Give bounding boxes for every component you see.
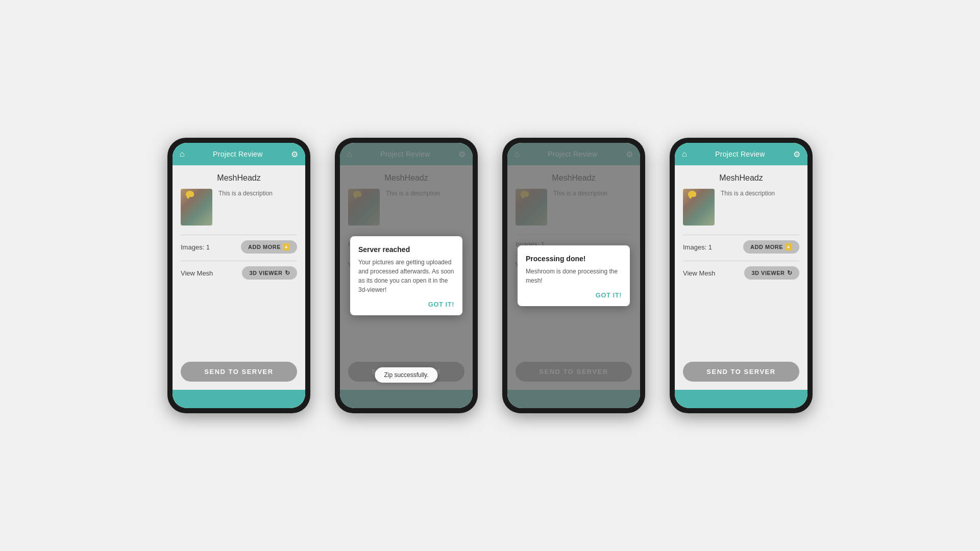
header-title-4: Project Review: [715, 150, 765, 158]
viewer-button-4[interactable]: 3D VIEWER ↻: [744, 266, 799, 280]
view-mesh-label-4: View Mesh: [683, 269, 740, 277]
add-more-button-4[interactable]: ADD MORE +: [743, 240, 799, 254]
divider-1b: [181, 261, 297, 261]
app-footer-4: [675, 390, 807, 408]
phone-1: ⌂ Project Review ⚙ MeshHeadz This is a d…: [167, 138, 310, 413]
dialog-got-it-2[interactable]: GOT IT!: [358, 300, 454, 308]
settings-icon-1[interactable]: ⚙: [291, 149, 298, 159]
dialog-got-it-3[interactable]: GOT IT!: [526, 291, 622, 299]
viewer-icon-1: ↻: [285, 269, 290, 277]
dialog-body-2: Your pictures are getting uploaded and p…: [358, 258, 454, 294]
phone-3-wrapper: ⌂ Project Review ⚙ MeshHeadz This is a d…: [502, 138, 645, 413]
project-info-row-1: This is a description: [181, 189, 297, 226]
divider-4a: [683, 235, 799, 235]
phone-2: ⌂ Project Review ⚙ MeshHeadz This is a d…: [335, 138, 478, 413]
phone-4: ⌂ Project Review ⚙ MeshHeadz This is a d…: [670, 138, 813, 413]
dialog-overlay-3: Processing done! Meshroom is done proces…: [507, 143, 640, 408]
phone-3: ⌂ Project Review ⚙ MeshHeadz This is a d…: [502, 138, 645, 413]
dialog-title-2: Server reached: [358, 245, 454, 254]
add-icon-4: +: [785, 243, 792, 251]
images-row-1: Images: 1 ADD MORE +: [181, 240, 297, 254]
project-info-row-4: This is a description: [683, 189, 799, 226]
phones-container: ⌂ Project Review ⚙ MeshHeadz This is a d…: [0, 138, 980, 413]
phone-2-screen: ⌂ Project Review ⚙ MeshHeadz This is a d…: [340, 143, 473, 408]
viewer-label-1: 3D VIEWER: [249, 270, 282, 276]
project-name-1: MeshHeadz: [217, 173, 260, 183]
dialog-body-3: Meshroom is done processing the mesh!: [526, 267, 622, 285]
images-row-4: Images: 1 ADD MORE +: [683, 240, 799, 254]
phone-1-screen: ⌂ Project Review ⚙ MeshHeadz This is a d…: [173, 143, 305, 408]
phone-2-wrapper: ⌂ Project Review ⚙ MeshHeadz This is a d…: [335, 138, 478, 413]
settings-icon-4[interactable]: ⚙: [793, 149, 800, 159]
project-name-4: MeshHeadz: [719, 173, 763, 183]
app-content-1: MeshHeadz This is a description Images: …: [173, 165, 305, 390]
processing-done-dialog: Processing done! Meshroom is done proces…: [518, 245, 630, 306]
phone-3-screen: ⌂ Project Review ⚙ MeshHeadz This is a d…: [507, 143, 640, 408]
thumbnail-bird-4: [688, 191, 696, 197]
app-content-4: MeshHeadz This is a description Images: …: [675, 165, 807, 390]
project-description-1: This is a description: [218, 189, 297, 197]
add-more-label-4: ADD MORE: [750, 244, 783, 250]
header-title-1: Project Review: [213, 150, 263, 158]
thumbnail-bird-1: [186, 191, 194, 197]
divider-4b: [683, 261, 799, 261]
images-label-1: Images: 1: [181, 243, 237, 251]
viewer-label-4: 3D VIEWER: [751, 270, 785, 276]
app-header-4: ⌂ Project Review ⚙: [675, 143, 807, 165]
snackbar-2: Zip successfully.: [375, 367, 437, 383]
phone-4-wrapper: ⌂ Project Review ⚙ MeshHeadz This is a d…: [670, 138, 813, 413]
viewer-row-1: View Mesh 3D VIEWER ↻: [181, 266, 297, 280]
send-to-server-button-1[interactable]: SEND TO SERVER: [181, 362, 297, 382]
send-to-server-button-4[interactable]: SEND TO SERVER: [683, 362, 799, 382]
viewer-row-4: View Mesh 3D VIEWER ↻: [683, 266, 799, 280]
app-header-1: ⌂ Project Review ⚙: [173, 143, 305, 165]
home-icon-4[interactable]: ⌂: [682, 149, 687, 159]
project-thumbnail-1: [181, 189, 212, 226]
dialog-title-3: Processing done!: [526, 255, 622, 263]
app-footer-1: [173, 390, 305, 408]
phone-1-wrapper: ⌂ Project Review ⚙ MeshHeadz This is a d…: [167, 138, 310, 413]
viewer-icon-4: ↻: [787, 269, 793, 277]
phone-4-screen: ⌂ Project Review ⚙ MeshHeadz This is a d…: [675, 143, 807, 408]
project-thumbnail-4: [683, 189, 715, 226]
add-icon-1: +: [283, 243, 290, 251]
images-label-4: Images: 1: [683, 243, 739, 251]
view-mesh-label-1: View Mesh: [181, 269, 238, 277]
viewer-button-1[interactable]: 3D VIEWER ↻: [242, 266, 297, 280]
divider-1a: [181, 235, 297, 235]
home-icon-1[interactable]: ⌂: [180, 149, 185, 159]
add-more-label-1: ADD MORE: [248, 244, 281, 250]
project-description-4: This is a description: [721, 189, 799, 197]
server-reached-dialog: Server reached Your pictures are getting…: [350, 236, 462, 315]
add-more-button-1[interactable]: ADD MORE +: [241, 240, 297, 254]
